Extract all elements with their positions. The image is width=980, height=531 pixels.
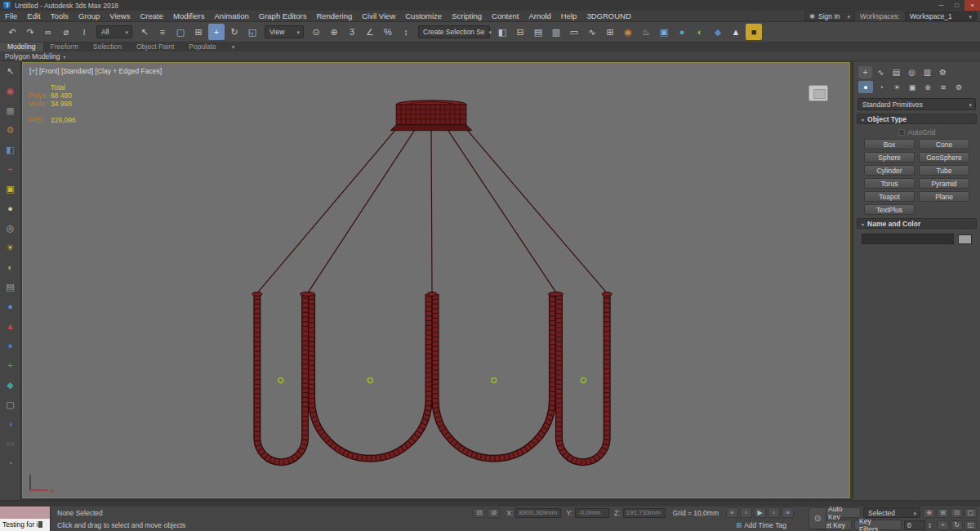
angle-snap-icon[interactable]: ∠	[362, 24, 378, 40]
utilities-tab-icon[interactable]: ⚙	[936, 66, 950, 78]
panel-tool-icon[interactable]: ▢	[2, 396, 19, 413]
orbit-icon[interactable]: ↻	[951, 520, 963, 530]
maximize-viewport-icon[interactable]: ◱	[964, 520, 977, 530]
object-type-button[interactable]: Cone	[919, 139, 969, 149]
frame-spinner[interactable]: ▲▼	[928, 522, 934, 529]
name-color-rollout[interactable]: Name and Color	[857, 218, 977, 229]
minimize-button[interactable]: ─	[933, 0, 949, 11]
next-frame-icon[interactable]: ›	[768, 507, 780, 518]
menu-item[interactable]: Edit	[22, 11, 45, 22]
create-tab-icon[interactable]: +	[858, 66, 872, 78]
reference-coordinate-dropdown[interactable]: View	[265, 25, 304, 38]
space-warps-category-icon[interactable]: ≋	[936, 81, 951, 93]
x-coord-field[interactable]: 8900,369mm	[515, 508, 561, 518]
object-type-button[interactable]: TextPlus	[864, 204, 915, 215]
zoom-all-icon[interactable]: ⊞	[937, 508, 949, 518]
macro-recorder-field[interactable]	[0, 506, 51, 519]
sign-in-button[interactable]: ◉ Sign In	[804, 11, 855, 21]
y-coord-field[interactable]: -0,0mm	[575, 508, 609, 518]
rendered-frame-icon[interactable]: ▣	[656, 24, 672, 40]
menu-item[interactable]: Animation	[210, 11, 254, 22]
object-name-field[interactable]	[862, 234, 954, 244]
percent-snap-icon[interactable]: %	[380, 24, 396, 40]
display-tool-icon[interactable]: ▭	[2, 435, 19, 452]
shapes-category-icon[interactable]: ◔	[874, 81, 889, 93]
menu-item[interactable]: Content	[487, 11, 523, 22]
menu-item[interactable]: Customize	[400, 11, 447, 22]
viewport-label[interactable]: [+] [Front] [Standard] [Clay + Edged Fac…	[29, 67, 162, 75]
select-and-scale-icon[interactable]: ◱	[244, 24, 261, 40]
menu-item[interactable]: Scripting	[447, 11, 487, 22]
menu-item[interactable]: 3DGROUND	[581, 11, 635, 22]
object-type-button[interactable]: Tube	[919, 165, 969, 176]
grid-display-icon[interactable]: ▦	[2, 102, 19, 118]
auto-key-button[interactable]: Auto Key	[823, 507, 861, 518]
snap-target-icon[interactable]: ◉	[2, 83, 19, 99]
schematic-view-icon[interactable]: ⊞	[602, 24, 618, 40]
mirror-icon[interactable]: ◧	[494, 24, 510, 40]
zoom-region-icon[interactable]: ▢	[964, 508, 977, 518]
ribbon-config-icon[interactable]: ▾	[232, 42, 235, 51]
select-and-move-icon[interactable]: +	[208, 24, 225, 40]
select-object-icon[interactable]: ↖	[136, 24, 153, 40]
select-and-rotate-icon[interactable]: ↻	[226, 24, 243, 40]
menu-item[interactable]: File	[0, 11, 22, 22]
current-frame-field[interactable]: 0	[904, 520, 925, 530]
object-color-swatch[interactable]	[958, 234, 972, 244]
measure-tool-icon[interactable]: ▣	[2, 181, 19, 197]
zoom-icon[interactable]: ⊕	[923, 508, 935, 518]
previous-frame-icon[interactable]: ‹	[740, 507, 752, 518]
globe-tool-icon[interactable]: ◑	[2, 416, 19, 432]
bind-to-space-warp-icon[interactable]: ≀	[76, 24, 92, 40]
menu-item[interactable]: Modifiers	[168, 11, 210, 22]
scene-explorer-icon[interactable]: ▤	[530, 24, 546, 40]
maximize-button[interactable]: □	[949, 0, 964, 11]
pan-icon[interactable]: +	[937, 520, 949, 530]
object-type-button[interactable]: Plane	[919, 191, 969, 202]
spinner-snap-icon[interactable]: ↕	[398, 24, 414, 40]
object-type-button[interactable]: Box	[864, 139, 915, 149]
settings-tool-icon[interactable]: ⚙	[2, 122, 19, 138]
play-icon[interactable]: ▶	[754, 507, 766, 518]
tab-modeling[interactable]: Modeling	[0, 42, 43, 51]
primitives-dropdown[interactable]: Standard Primitives	[858, 98, 976, 110]
unlink-selection-icon[interactable]: ⌀	[58, 24, 74, 40]
key-filters-button[interactable]: Key Filters...	[854, 520, 902, 530]
go-to-start-icon[interactable]: «	[726, 507, 738, 518]
menu-item[interactable]: Rendering	[311, 11, 357, 22]
workspace-dropdown[interactable]: Workspace_1	[905, 11, 977, 21]
tab-freeform[interactable]: Freeform	[43, 42, 86, 51]
sphere-tool-icon[interactable]: ●	[2, 200, 19, 216]
rectangular-selection-icon[interactable]: ▢	[172, 24, 189, 40]
menu-item[interactable]: Civil View	[357, 11, 400, 22]
align-icon[interactable]: ⊟	[512, 24, 528, 40]
cameras-category-icon[interactable]: ▣	[905, 81, 920, 93]
select-and-link-icon[interactable]: ∞	[40, 24, 56, 40]
set-keys-button[interactable]: ⊙	[808, 507, 826, 529]
isolate-selection-icon[interactable]: ⊡	[473, 508, 485, 518]
use-pivot-center-icon[interactable]: ⊙	[308, 24, 324, 40]
civil-view-icon[interactable]: ◆	[710, 24, 726, 40]
torus-tool-icon[interactable]: ◎	[2, 220, 19, 236]
object-type-button[interactable]: GeoSphere	[919, 152, 969, 163]
select-and-manipulate-icon[interactable]: ⊕	[326, 24, 342, 40]
go-to-end-icon[interactable]: »	[782, 507, 794, 518]
z-coord-field[interactable]: 191,733mm	[623, 508, 666, 518]
polygon-modeling-bar[interactable]: Polygon Modeling	[0, 51, 980, 61]
menu-item[interactable]: Group	[74, 11, 105, 22]
curve-editor-icon[interactable]: ∿	[584, 24, 600, 40]
maxscript-mini-listener[interactable]: Testing for i	[0, 519, 51, 531]
geometry-category-icon[interactable]: ●	[858, 81, 873, 93]
selection-lock-icon[interactable]: ⊘	[488, 508, 500, 518]
tab-object-paint[interactable]: Object Paint	[129, 42, 181, 51]
select-cursor-icon[interactable]: ↖	[2, 63, 19, 79]
object-type-button[interactable]: Torus	[864, 178, 915, 189]
helpers-category-icon[interactable]: ⊕	[920, 81, 935, 93]
menu-item[interactable]: Tools	[46, 11, 74, 22]
menu-item[interactable]: Views	[105, 11, 135, 22]
light-tool-icon[interactable]: ☀	[2, 239, 19, 256]
axis-constraint-icon[interactable]: +	[2, 161, 19, 177]
menu-item[interactable]: Graph Editors	[254, 11, 312, 22]
state-sets-icon[interactable]: ◐	[692, 24, 708, 40]
alert-tool-icon[interactable]: ▲	[2, 318, 19, 334]
